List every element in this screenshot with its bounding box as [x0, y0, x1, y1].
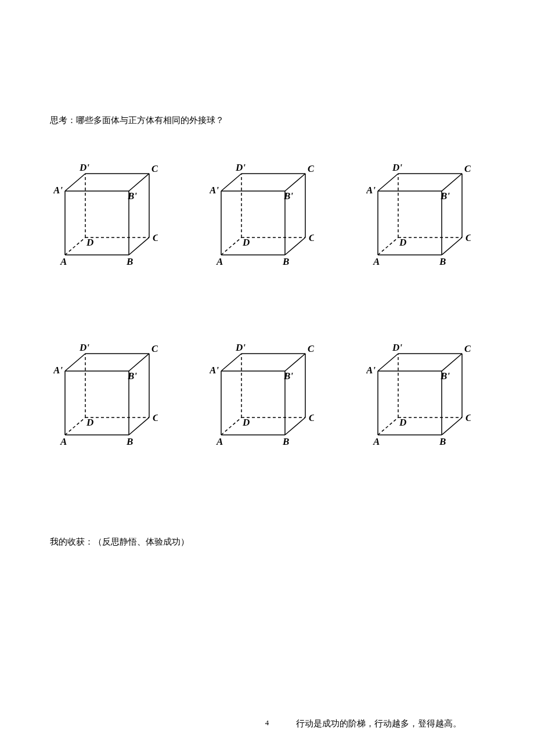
svg-text:A': A' — [210, 185, 219, 196]
cube-diagram: ABCDA'B'C'D' — [366, 162, 471, 267]
svg-text:A': A' — [53, 185, 63, 196]
svg-text:C': C' — [464, 343, 471, 354]
svg-text:C: C — [466, 412, 471, 423]
svg-text:B': B' — [127, 370, 137, 381]
svg-text:C: C — [466, 232, 471, 243]
svg-text:C': C' — [308, 163, 314, 174]
svg-text:A: A — [373, 256, 380, 267]
svg-text:B: B — [126, 256, 133, 267]
svg-text:A': A' — [210, 365, 219, 376]
svg-text:D: D — [399, 417, 406, 428]
svg-text:D: D — [86, 417, 93, 428]
svg-text:A: A — [60, 256, 67, 267]
svg-text:B': B' — [283, 370, 293, 381]
svg-text:B: B — [126, 436, 133, 447]
svg-text:C': C' — [308, 343, 314, 354]
svg-text:B': B' — [283, 190, 293, 201]
svg-text:D: D — [399, 237, 406, 248]
svg-line-69 — [65, 417, 85, 435]
svg-line-109 — [378, 417, 398, 435]
cube-grid: ABCDA'B'C'D' ABCDA'B'C'D' ABCDA'B'C'D' A… — [50, 162, 484, 447]
svg-text:B: B — [282, 256, 289, 267]
svg-line-66 — [129, 354, 149, 371]
svg-text:C': C' — [151, 343, 158, 354]
svg-text:A': A' — [366, 365, 376, 376]
svg-text:C: C — [309, 412, 314, 423]
svg-text:B': B' — [440, 190, 450, 201]
svg-text:B: B — [439, 256, 446, 267]
svg-text:B': B' — [127, 190, 137, 201]
question-text: 思考：哪些多面体与正方体有相同的外接球？ — [50, 115, 484, 126]
svg-text:C: C — [309, 232, 314, 243]
page-number: 4 — [265, 718, 269, 728]
harvest-text: 我的收获：（反思静悟、体验成功） — [50, 537, 484, 548]
svg-text:D': D' — [79, 162, 89, 173]
svg-line-67 — [65, 354, 85, 371]
svg-text:A: A — [216, 436, 223, 447]
svg-text:D: D — [242, 237, 250, 248]
svg-line-87 — [221, 354, 241, 371]
svg-text:A: A — [373, 436, 380, 447]
page-content: 思考：哪些多面体与正方体有相同的外接球？ ABCDA'B'C'D' ABCDA'… — [0, 0, 534, 548]
svg-line-83 — [285, 417, 305, 435]
svg-text:A: A — [216, 256, 223, 267]
svg-text:B: B — [439, 436, 446, 447]
svg-line-43 — [442, 237, 462, 255]
footer-note: 行动是成功的阶梯，行动越多，登得越高。 — [296, 718, 461, 729]
svg-text:D: D — [86, 237, 93, 248]
svg-text:D: D — [242, 417, 250, 428]
svg-text:A': A' — [53, 365, 63, 376]
svg-line-106 — [442, 354, 462, 371]
svg-line-86 — [285, 354, 305, 371]
cube-diagram: ABCDA'B'C'D' — [210, 342, 314, 447]
svg-line-7 — [65, 174, 85, 191]
svg-text:C': C' — [464, 163, 471, 174]
svg-line-6 — [129, 174, 149, 191]
svg-text:A': A' — [366, 185, 376, 196]
svg-line-89 — [221, 417, 241, 435]
svg-line-47 — [378, 174, 398, 191]
svg-line-26 — [285, 174, 305, 191]
svg-text:C': C' — [151, 163, 158, 174]
svg-text:D': D' — [235, 342, 246, 353]
svg-text:C: C — [153, 412, 158, 423]
svg-text:B': B' — [440, 370, 450, 381]
svg-line-46 — [442, 174, 462, 191]
cube-diagram: ABCDA'B'C'D' — [366, 342, 471, 447]
svg-text:D': D' — [79, 342, 89, 353]
svg-line-29 — [221, 237, 241, 255]
cube-diagram: ABCDA'B'C'D' — [53, 342, 158, 447]
svg-line-23 — [285, 237, 305, 255]
svg-line-9 — [65, 237, 85, 255]
svg-text:A: A — [60, 436, 67, 447]
svg-text:D': D' — [392, 342, 402, 353]
svg-line-27 — [221, 174, 241, 191]
svg-line-103 — [442, 417, 462, 435]
cube-diagram: ABCDA'B'C'D' — [53, 162, 158, 267]
svg-text:B: B — [282, 436, 289, 447]
svg-text:D': D' — [235, 162, 246, 173]
svg-line-49 — [378, 237, 398, 255]
svg-text:C: C — [153, 232, 158, 243]
svg-line-107 — [378, 354, 398, 371]
svg-line-63 — [129, 417, 149, 435]
svg-line-3 — [129, 237, 149, 255]
svg-text:D': D' — [392, 162, 402, 173]
cube-diagram: ABCDA'B'C'D' — [210, 162, 314, 267]
